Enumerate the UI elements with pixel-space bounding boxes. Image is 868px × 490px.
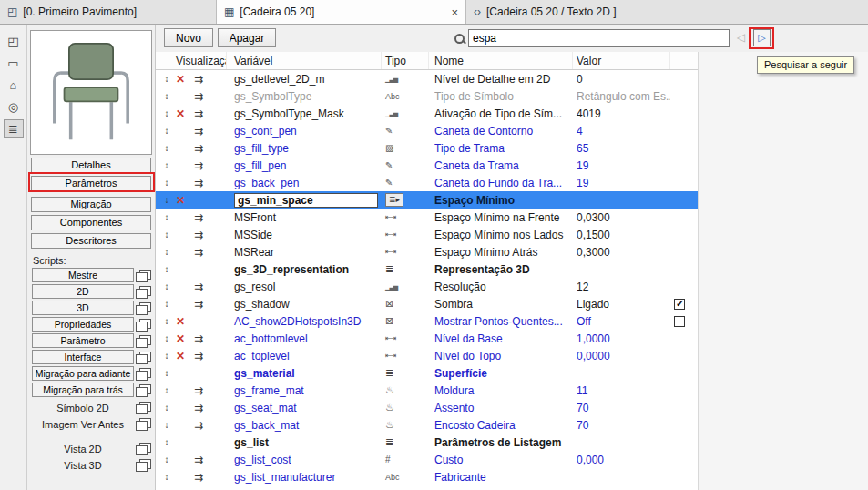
param-value[interactable]: 0,000: [577, 454, 604, 466]
sidebar-button-componentes[interactable]: Componentes: [31, 215, 151, 230]
script-button-migracao-para-tras[interactable]: Migração para trás: [32, 383, 134, 397]
exclude-x-icon[interactable]: ✕: [173, 107, 188, 120]
param-value[interactable]: 12: [577, 281, 588, 293]
param-row[interactable]: ↕⇉MSRear⇤⇥Espaço Mínimo Atrás0,3000: [156, 243, 698, 260]
value-checkbox[interactable]: [674, 316, 685, 327]
param-value[interactable]: 4019: [577, 107, 601, 120]
row-reorder-icon[interactable]: ↕: [160, 74, 173, 84]
param-value[interactable]: 0,3000: [577, 246, 610, 259]
exclude-x-icon[interactable]: ✕: [173, 73, 188, 86]
row-reorder-icon[interactable]: ↕: [160, 299, 173, 309]
parameter-list-icon[interactable]: ≣: [4, 119, 24, 138]
param-value[interactable]: Ligado: [577, 298, 609, 311]
param-row[interactable]: ↕✕⇉gs_detlevel_2D_m▁▃▅Nível de Detalhe e…: [156, 70, 698, 87]
sidebar-button-detalhes[interactable]: Detalhes: [31, 158, 151, 173]
param-row[interactable]: ↕⇉gs_back_pen✎Caneta do Fundo da Tra...1…: [156, 174, 698, 191]
param-row[interactable]: ↕⇉gs_list_manufacturerAbcFabricante: [156, 468, 698, 485]
tab-close-icon[interactable]: ×: [444, 5, 458, 19]
param-row[interactable]: ↕✕⇉ac_bottomlevel⇤⇥Nível da Base1,0000: [156, 330, 698, 347]
param-value[interactable]: 11: [577, 384, 587, 397]
display-toggle-icon[interactable]: ⇉: [188, 125, 209, 138]
script-button-parametro[interactable]: Parâmetro: [32, 333, 134, 348]
title-type-dropdown[interactable]: ≣▸: [385, 193, 403, 207]
delete-parameter-button[interactable]: Apagar: [218, 28, 276, 47]
variable-name-editbox[interactable]: gs_min_space: [234, 193, 378, 208]
new-parameter-button[interactable]: Novo: [164, 28, 213, 47]
row-reorder-icon[interactable]: ↕: [160, 247, 173, 257]
row-reorder-icon[interactable]: ↕: [160, 160, 173, 170]
display-toggle-icon[interactable]: ⇉: [188, 229, 209, 241]
param-row[interactable]: ↕⇉gs_frame_mat♨Moldura11: [156, 382, 698, 399]
display-toggle-icon[interactable]: ⇉: [188, 177, 209, 189]
param-value[interactable]: 0: [577, 73, 583, 86]
sidebar-button-descritores[interactable]: Descritores: [31, 233, 151, 249]
param-row[interactable]: ↕⇉gs_list_cost#Custo0,000: [156, 451, 698, 468]
param-row[interactable]: ↕⇉MSSide⇤⇥Espaço Mínimo nos Lados0,1500: [156, 226, 698, 243]
tab-cadeira-05-20[interactable]: ▦ [Cadeira 05 20] ×: [217, 0, 466, 24]
param-value[interactable]: 65: [577, 142, 588, 155]
plan-view-icon[interactable]: ◰: [4, 32, 24, 50]
display-toggle-icon[interactable]: ⇉: [188, 471, 209, 484]
display-toggle-icon[interactable]: ⇉: [188, 454, 209, 466]
display-toggle-icon[interactable]: ⇉: [188, 298, 209, 311]
param-value[interactable]: 0,0300: [577, 211, 610, 224]
symbol-2d-icon[interactable]: ▭: [4, 54, 24, 72]
display-toggle-icon[interactable]: ⇉: [188, 384, 209, 397]
param-value[interactable]: Retângulo com Es...: [577, 90, 670, 103]
open-window-icon[interactable]: [136, 418, 150, 430]
row-reorder-icon[interactable]: ↕: [160, 230, 173, 240]
display-toggle-icon[interactable]: ⇉: [188, 90, 209, 103]
row-reorder-icon[interactable]: ↕: [160, 264, 173, 274]
open-window-icon[interactable]: [136, 402, 150, 413]
open-window-icon[interactable]: [136, 459, 150, 471]
model-3d-icon[interactable]: ◎: [4, 97, 24, 116]
row-reorder-icon[interactable]: ↕: [160, 403, 173, 413]
row-reorder-icon[interactable]: ↕: [160, 351, 173, 361]
param-value[interactable]: 1,0000: [577, 332, 610, 345]
param-value[interactable]: 4: [577, 125, 583, 138]
display-toggle-icon[interactable]: ⇉: [188, 419, 209, 432]
preview-picture-icon[interactable]: ⌂: [4, 76, 24, 94]
param-row[interactable]: ↕✕⇉ac_toplevel⇤⇥Nível do Topo0,0000: [156, 347, 698, 364]
row-reorder-icon[interactable]: ↕: [160, 454, 173, 464]
param-row[interactable]: ↕✕⇉gs_SymbolType_Mask▁▃▅Ativação de Tipo…: [156, 105, 698, 122]
param-value[interactable]: 0,0000: [577, 350, 610, 362]
tab-primeiro-pavimento[interactable]: ◰ [0. Primeiro Pavimento]: [0, 0, 217, 24]
param-row[interactable]: ↕⇉MSFront⇤⇥Espaço Mínimo na Frente0,0300: [156, 209, 698, 226]
sidebar-button-migracao[interactable]: Migração: [31, 197, 151, 212]
display-toggle-icon[interactable]: ⇉: [188, 281, 209, 293]
param-value[interactable]: Off: [577, 315, 591, 328]
row-reorder-icon[interactable]: ↕: [160, 126, 173, 136]
script-button-migracao-para-adiante[interactable]: Migração para adiante: [32, 366, 134, 381]
open-window-icon[interactable]: [136, 443, 150, 454]
param-value[interactable]: 19: [577, 159, 588, 172]
open-window-icon[interactable]: [136, 335, 150, 347]
tab-cadeira-texto-2d[interactable]: ‹› [Cadeira 05 20 / Texto 2D ]: [466, 0, 710, 24]
param-row[interactable]: ↕⇉gs_back_mat♨Encosto Cadeira70: [156, 416, 698, 434]
script-button-3d[interactable]: 3D: [32, 301, 134, 315]
sidebar-button-parametros[interactable]: Parâmetros: [31, 176, 151, 191]
open-window-icon[interactable]: [136, 319, 150, 331]
row-reorder-icon[interactable]: ↕: [160, 195, 173, 205]
param-row[interactable]: ↕gs_3D_representation≣Representação 3D: [156, 260, 698, 278]
param-row[interactable]: ↕⇉gs_shadow⊠SombraLigado: [156, 295, 698, 312]
display-toggle-icon[interactable]: ⇉: [188, 402, 209, 414]
param-row[interactable]: ↕⇉gs_resol▁▃▅Resolução12: [156, 278, 698, 295]
param-value[interactable]: 70: [577, 402, 588, 414]
row-reorder-icon[interactable]: ↕: [160, 420, 173, 430]
row-reorder-icon[interactable]: ↕: [160, 368, 173, 378]
display-toggle-icon[interactable]: ⇉: [188, 159, 209, 172]
exclude-x-icon[interactable]: ✕: [173, 194, 188, 207]
script-button-propriedades[interactable]: Propriedades: [32, 317, 134, 332]
param-row[interactable]: ↕gs_list≣Parâmetros de Listagem: [156, 434, 698, 451]
row-reorder-icon[interactable]: ↕: [160, 385, 173, 395]
script-button-mestre[interactable]: Mestre: [32, 268, 134, 282]
param-row[interactable]: ↕⇉gs_SymbolTypeAbcTipo de SímboloRetângu…: [156, 87, 698, 105]
row-reorder-icon[interactable]: ↕: [160, 333, 173, 343]
display-toggle-icon[interactable]: ⇉: [188, 211, 209, 224]
param-value[interactable]: 70: [577, 419, 588, 432]
open-window-icon[interactable]: [136, 286, 150, 298]
param-value[interactable]: 19: [577, 177, 588, 189]
display-toggle-icon[interactable]: ⇉: [188, 246, 209, 259]
param-row[interactable]: ↕⇉gs_cont_pen✎Caneta de Contorno4: [156, 122, 698, 139]
